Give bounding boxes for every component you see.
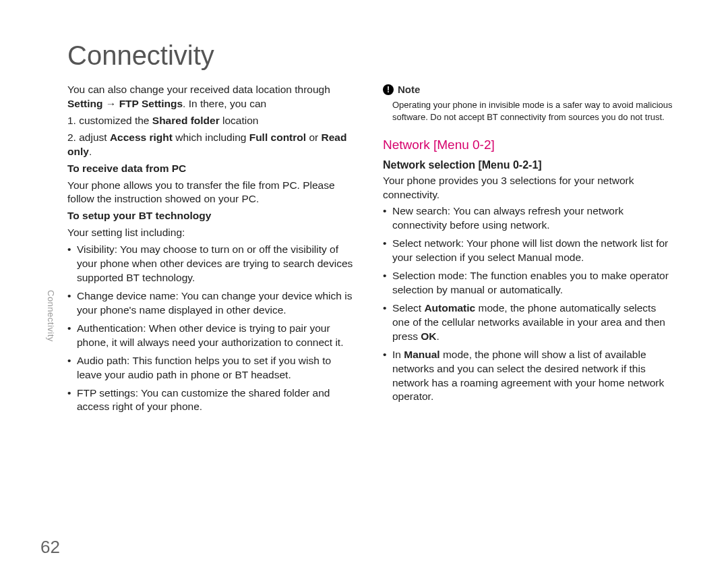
- text: 1. customized the: [67, 115, 152, 126]
- setup-line: Your setting list including:: [67, 226, 357, 240]
- text: 2. adjust: [67, 132, 110, 143]
- list-item: In Manual mode, the phone will show a li…: [383, 348, 673, 405]
- text: In: [392, 349, 404, 360]
- text: location: [220, 115, 259, 126]
- text: or: [306, 132, 321, 143]
- side-label: Connectivity: [46, 290, 56, 342]
- bold-text: Setting → FTP Settings: [67, 98, 183, 109]
- selection-intro: Your phone provides you 3 selections for…: [383, 174, 673, 202]
- intro-paragraph: You can also change your received data l…: [67, 83, 357, 111]
- page-title: Connectivity: [67, 40, 688, 71]
- note-header: ! Note: [383, 83, 673, 96]
- text: . In there, you can: [183, 98, 266, 109]
- bt-settings-list: Visibility: You may choose to turn on or…: [67, 243, 357, 414]
- left-column: You can also change your received data l…: [67, 83, 357, 418]
- numbered-item-2: 2. adjust Access right which including F…: [67, 131, 357, 159]
- page-number: 62: [40, 537, 60, 558]
- network-selection-heading: Network selection [Menu 0-2-1]: [383, 158, 673, 173]
- receive-heading: To receive data from PC: [67, 162, 357, 176]
- content-columns: You can also change your received data l…: [67, 83, 688, 418]
- list-item: Change device name: You can change your …: [67, 289, 357, 318]
- note-label: Note: [398, 83, 420, 96]
- text: .: [436, 330, 439, 342]
- right-column: ! Note Operating your phone in invisible…: [383, 83, 673, 418]
- text: which including: [173, 132, 249, 143]
- bold-text: Automatic: [424, 302, 475, 314]
- receive-body: Your phone allows you to transfer the fi…: [67, 179, 357, 207]
- list-item: Audio path: This function helps you to s…: [67, 354, 357, 382]
- network-heading: Network [Menu 0-2]: [383, 136, 673, 154]
- note-block: ! Note Operating your phone in invisible…: [383, 83, 673, 123]
- list-item: Select Automatic mode, the phone automat…: [383, 301, 673, 344]
- list-item: New search: You can always refresh your …: [383, 204, 673, 233]
- network-list: New search: You can always refresh your …: [383, 204, 673, 404]
- bold-text: OK: [421, 330, 436, 342]
- bold-text: Manual: [404, 349, 439, 360]
- note-body: Operating your phone in invisible mode i…: [383, 99, 673, 123]
- text: Select: [392, 302, 424, 314]
- list-item: Authentication: When other device is try…: [67, 322, 357, 350]
- manual-page: Connectivity You can also change your re…: [0, 0, 728, 582]
- bold-text: Access right: [110, 132, 173, 143]
- list-item: Selection mode: The function enables you…: [383, 269, 673, 297]
- exclamation-icon: !: [383, 84, 394, 95]
- bold-text: Full control: [249, 132, 306, 143]
- list-item: FTP settings: You can customize the shar…: [67, 386, 357, 415]
- list-item: Visibility: You may choose to turn on or…: [67, 243, 357, 285]
- text: .: [89, 146, 92, 157]
- list-item: Select network: Your phone will list dow…: [383, 237, 673, 265]
- setup-heading: To setup your BT technology: [67, 209, 357, 223]
- text: You can also change your received data l…: [67, 84, 330, 95]
- bold-text: Shared folder: [152, 115, 220, 126]
- numbered-item-1: 1. customized the Shared folder location: [67, 114, 357, 128]
